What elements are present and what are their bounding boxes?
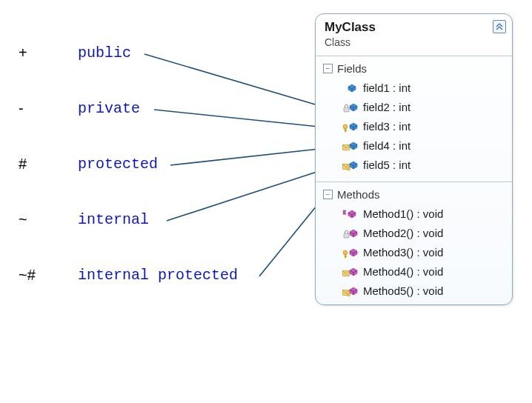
method-signature: Method4() : void bbox=[363, 265, 443, 278]
legend-label: public bbox=[78, 44, 131, 61]
svg-rect-5 bbox=[344, 107, 349, 112]
field-protected-icon bbox=[342, 119, 359, 133]
section-title: Fields bbox=[337, 62, 367, 75]
legend-label: internal protected bbox=[78, 267, 238, 284]
method-signature: Method2() : void bbox=[363, 227, 443, 239]
svg-rect-14 bbox=[343, 213, 346, 214]
svg-point-11 bbox=[348, 167, 350, 170]
method-private-icon bbox=[342, 226, 359, 239]
svg-rect-18 bbox=[345, 256, 347, 256]
method-member-row[interactable]: Method5() : void bbox=[322, 281, 506, 300]
legend-label: private bbox=[78, 100, 140, 117]
legend-label: protected bbox=[78, 156, 158, 173]
field-ip-icon bbox=[342, 158, 359, 171]
svg-line-0 bbox=[144, 54, 333, 110]
chevron-double-up-icon bbox=[496, 23, 503, 30]
field-member-row[interactable]: field4 : int bbox=[322, 136, 506, 155]
method-protected-icon bbox=[342, 245, 359, 259]
collapse-button[interactable] bbox=[493, 20, 506, 33]
method-signature: Method1() : void bbox=[363, 207, 443, 220]
method-public-icon bbox=[342, 207, 359, 220]
field-signature: field4 : int bbox=[363, 139, 410, 152]
field-public-icon bbox=[342, 81, 359, 94]
field-signature: field2 : int bbox=[363, 101, 410, 113]
method-signature: Method5() : void bbox=[363, 284, 443, 297]
class-name: MyClass bbox=[325, 20, 503, 35]
minus-expander-icon[interactable]: − bbox=[323, 64, 333, 73]
section-title: Methods bbox=[337, 188, 380, 201]
svg-rect-15 bbox=[344, 233, 349, 238]
field-member-row[interactable]: field5 : int bbox=[322, 155, 506, 174]
class-stereotype: Class bbox=[325, 36, 503, 48]
methods-section: − Methods Method1() : void Method2() : v… bbox=[316, 182, 512, 304]
section-title-row[interactable]: − Fields bbox=[322, 59, 506, 78]
method-ip-icon bbox=[342, 284, 359, 297]
method-member-row[interactable]: Method3() : void bbox=[322, 242, 506, 262]
legend-symbol: # bbox=[19, 156, 48, 173]
section-title-row[interactable]: − Methods bbox=[322, 185, 506, 204]
legend-symbol: - bbox=[19, 100, 48, 117]
class-header: MyClass Class bbox=[316, 14, 512, 53]
svg-rect-8 bbox=[345, 130, 347, 130]
field-member-row[interactable]: field1 : int bbox=[322, 78, 506, 97]
svg-line-3 bbox=[167, 167, 333, 221]
svg-line-2 bbox=[170, 147, 333, 165]
method-member-row[interactable]: Method4() : void bbox=[322, 262, 506, 281]
svg-line-1 bbox=[154, 110, 333, 128]
field-signature: field5 : int bbox=[363, 159, 410, 171]
class-diagram-box: MyClass Class − Fields field1 : int bbox=[315, 13, 513, 305]
svg-rect-13 bbox=[343, 212, 345, 213]
svg-point-21 bbox=[348, 293, 350, 296]
svg-rect-12 bbox=[343, 210, 346, 211]
legend-symbol: ~# bbox=[19, 267, 48, 284]
field-private-icon bbox=[342, 100, 359, 113]
method-member-row[interactable]: Method2() : void bbox=[322, 223, 506, 242]
legend-label: internal bbox=[78, 211, 149, 228]
field-signature: field1 : int bbox=[363, 81, 410, 94]
field-member-row[interactable]: field3 : int bbox=[322, 116, 506, 136]
fields-section: − Fields field1 : int field2 : int bbox=[316, 56, 512, 179]
legend-symbol: ~ bbox=[19, 211, 48, 228]
legend-symbol: + bbox=[19, 44, 48, 61]
field-member-row[interactable]: field2 : int bbox=[322, 97, 506, 116]
field-internal-icon bbox=[342, 139, 359, 152]
field-signature: field3 : int bbox=[363, 120, 410, 133]
method-member-row[interactable]: Method1() : void bbox=[322, 204, 506, 223]
minus-expander-icon[interactable]: − bbox=[323, 190, 333, 199]
method-internal-icon bbox=[342, 264, 359, 278]
method-signature: Method3() : void bbox=[363, 246, 443, 259]
